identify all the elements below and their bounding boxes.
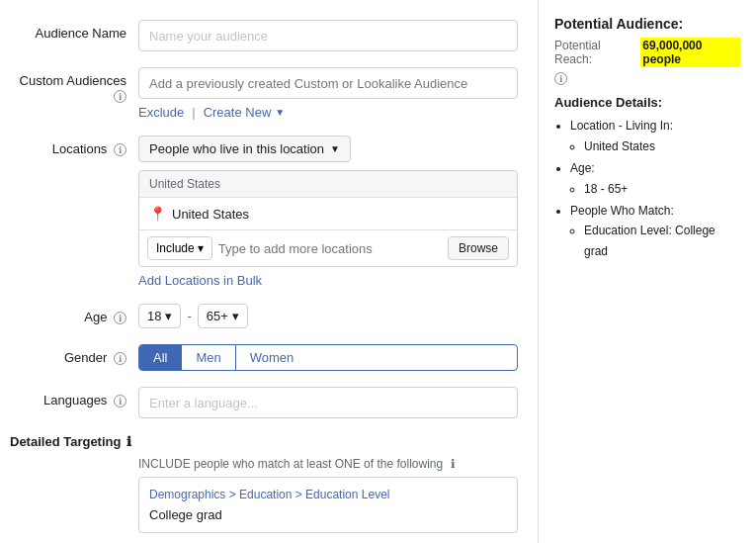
languages-field — [138, 387, 518, 418]
reach-info-icon[interactable]: ℹ — [554, 72, 567, 85]
potential-audience-title: Potential Audience: — [554, 16, 740, 32]
targeting-value: College grad — [149, 507, 507, 522]
location-pin-icon: 📍 — [149, 206, 166, 222]
age-dash: - — [187, 309, 191, 323]
age-max-caret-icon: ▾ — [232, 309, 239, 323]
targeting-breadcrumb[interactable]: Demographics > Education > Education Lev… — [149, 488, 507, 501]
detailed-targeting-info-icon[interactable]: ℹ — [126, 434, 131, 449]
location-box: United States 📍 United States Include ▾ … — [138, 170, 518, 267]
create-new-button[interactable]: Create New ▼ — [204, 105, 286, 120]
gender-group: All Men Women — [138, 344, 518, 371]
locations-dropdown-button[interactable]: People who live in this location ▼ — [138, 136, 351, 162]
right-panel: Potential Audience: Potential Reach: 69,… — [539, 0, 756, 543]
separator: | — [192, 105, 195, 120]
gender-label: Gender ℹ — [10, 344, 138, 365]
gender-men-button[interactable]: Men — [181, 345, 234, 370]
detail-people-who-match: People Who Match: Education Level: Colle… — [570, 201, 740, 261]
detail-location-value: United States — [584, 136, 740, 156]
audience-name-input[interactable] — [138, 20, 518, 51]
detailed-targeting-header: Detailed Targeting ℹ — [10, 434, 518, 449]
language-input[interactable] — [138, 387, 518, 418]
location-search-row: Include ▾ Browse — [139, 230, 517, 266]
reach-value: 69,000,000 people — [640, 38, 740, 67]
include-caret-icon: ▾ — [198, 241, 204, 255]
location-type-input[interactable] — [218, 241, 442, 256]
age-info-icon[interactable]: ℹ — [114, 312, 126, 324]
gender-info-icon[interactable]: ℹ — [114, 352, 126, 365]
gender-all-button[interactable]: All — [139, 345, 181, 370]
age-label: Age ℹ — [10, 304, 138, 324]
locations-info-icon[interactable]: ℹ — [114, 143, 126, 156]
detail-age-value: 18 - 65+ — [584, 179, 740, 199]
location-item: 📍 United States — [139, 198, 517, 230]
custom-audiences-info-icon[interactable]: ℹ — [114, 90, 126, 103]
location-header: United States — [139, 171, 517, 198]
add-bulk-link[interactable]: Add Locations in Bulk — [138, 273, 262, 288]
reach-label: Potential Reach: — [554, 39, 636, 66]
age-field: 18 ▾ - 65+ ▾ — [138, 304, 518, 328]
include-text: INCLUDE people who match at least ONE of… — [138, 457, 518, 471]
audience-name-field — [138, 20, 518, 51]
browse-button[interactable]: Browse — [448, 236, 509, 260]
custom-audience-input[interactable] — [138, 67, 518, 99]
gender-field: All Men Women — [138, 344, 518, 371]
custom-audiences-field: Exclude | Create New ▼ — [138, 67, 518, 120]
audience-name-label: Audience Name — [10, 20, 138, 41]
age-max-select[interactable]: 65+ ▾ — [198, 304, 248, 328]
age-min-select[interactable]: 18 ▾ — [138, 304, 181, 328]
languages-info-icon[interactable]: ℹ — [114, 395, 126, 407]
include-dropdown-button[interactable]: Include ▾ — [147, 236, 212, 260]
create-new-caret-icon: ▼ — [275, 107, 285, 118]
audience-details-list: Location - Living In: United States Age:… — [554, 116, 740, 261]
custom-audiences-label: Custom Audiences ℹ — [10, 67, 138, 103]
age-min-caret-icon: ▾ — [165, 309, 172, 323]
targeting-box: Demographics > Education > Education Lev… — [138, 477, 518, 533]
detail-location: Location - Living In: United States — [570, 116, 740, 156]
detail-age: Age: 18 - 65+ — [570, 158, 740, 199]
gender-women-button[interactable]: Women — [235, 345, 308, 370]
languages-label: Languages ℹ — [10, 387, 138, 407]
locations-dropdown-caret-icon: ▼ — [330, 143, 340, 154]
include-text-info-icon[interactable]: ℹ — [451, 457, 456, 471]
detail-education-value: Education Level: College grad — [584, 221, 740, 261]
locations-field: People who live in this location ▼ Unite… — [138, 136, 518, 288]
locations-label: Locations ℹ — [10, 136, 138, 156]
exclude-link[interactable]: Exclude — [138, 105, 184, 120]
audience-details-title: Audience Details: — [554, 95, 740, 110]
